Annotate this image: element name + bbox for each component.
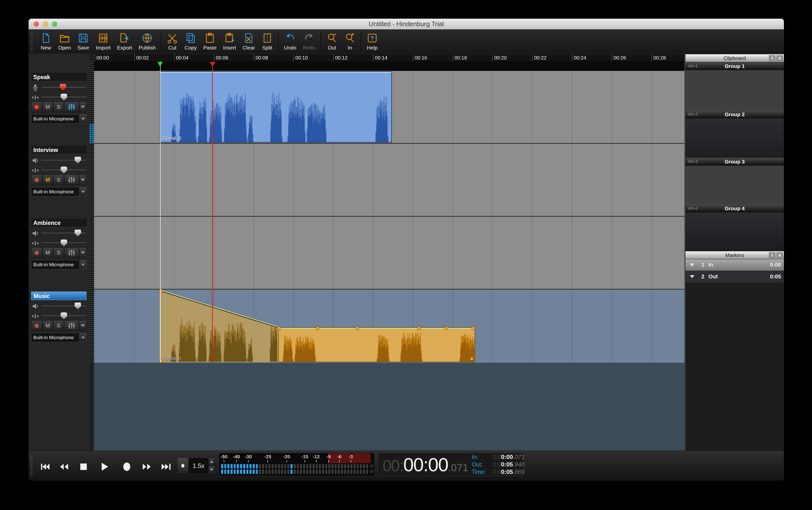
pan-slider-handle[interactable] [61,94,67,101]
clipboard-group-3[interactable]: Alt+3 Group 3 [686,158,784,166]
clip-indicator-left[interactable] [370,464,373,468]
mute-button[interactable]: M [42,320,53,331]
clipboard-group-4-content[interactable] [686,213,784,249]
solo-button[interactable]: S [53,175,64,185]
mute-button[interactable]: M [42,248,53,258]
clipboard-group-2[interactable]: Alt+2 Group 2 [686,110,784,119]
publish-button[interactable]: Publish [135,30,159,53]
input-device-select[interactable]: Built-in Microphone [31,260,87,270]
redo-button[interactable]: Redo [300,30,319,53]
track-menu-button[interactable] [79,320,87,331]
eq-button[interactable] [64,320,79,331]
cut-button[interactable]: Cut [163,30,181,53]
pin-panel-button[interactable] [769,55,776,61]
marker-expand-icon[interactable] [690,275,694,278]
mute-button[interactable]: M [42,102,53,112]
track-name[interactable]: Speak [31,73,87,81]
speed-value[interactable]: 1.5x [189,458,209,474]
track-name[interactable]: Ambience [31,219,87,227]
input-device-select[interactable]: Built-in Microphone [31,114,87,124]
pan-slider-handle[interactable] [61,312,67,319]
track-menu-button[interactable] [79,248,87,258]
clipboard-group-1-content[interactable] [686,70,784,110]
volume-slider-handle[interactable] [74,157,81,164]
envelope-handle[interactable] [159,289,162,292]
track-name-selected[interactable]: Music [31,291,87,300]
zoom-out-button[interactable]: Out [323,30,341,53]
skip-to-end-button[interactable] [159,461,174,473]
pan-slider-handle[interactable] [61,239,67,246]
playhead-line[interactable] [212,66,213,363]
stop-button[interactable] [76,461,91,473]
input-device-select[interactable]: Built-in Microphone [31,187,87,197]
speed-down-button[interactable] [209,466,215,474]
toolbar-drag-handle[interactable] [30,32,34,51]
solo-button[interactable]: S [53,248,64,258]
fade-envelope-line[interactable] [160,290,278,362]
envelope-handle[interactable] [472,327,475,330]
envelope-handle[interactable] [417,327,421,330]
envelope-handle[interactable] [277,327,280,330]
play-button[interactable] [97,461,112,473]
clip-speak-6[interactable]: Speak 6 [160,72,392,143]
record-arm-button[interactable] [31,175,42,185]
lane-interview[interactable] [94,144,685,216]
clip-resize-handle[interactable] [470,357,473,361]
solo-button[interactable]: S [53,320,64,331]
dropdown-arrow[interactable] [79,187,86,196]
save-button[interactable]: Save [74,30,92,53]
clipboard-group-4[interactable]: Alt+4 Group 4 [686,204,784,213]
speed-up-button[interactable] [209,458,215,466]
timeline-ruler[interactable]: 00:0000:0200:0400:0600:0800:1000:1200:14… [94,54,685,61]
clip-music-selected[interactable] [278,328,475,362]
track-name[interactable]: Interview [31,146,87,154]
volume-envelope-line[interactable] [160,72,391,73]
dropdown-arrow[interactable] [79,260,86,269]
timeline-area[interactable]: 00:0000:0200:0400:0600:0800:1000:1200:14… [94,54,685,451]
markers-panel-header[interactable]: Markers [686,251,784,259]
envelope-handle[interactable] [445,327,448,330]
track-menu-button[interactable] [79,102,87,112]
envelope-handle[interactable] [316,327,319,330]
empty-timeline-area[interactable] [94,363,685,451]
title-bar[interactable]: Untitled - Hindenburg Trial [29,19,784,30]
volume-slider-handle[interactable] [60,84,66,90]
eq-button[interactable] [64,102,79,112]
clipboard-panel-header[interactable]: Clipboard [686,54,784,62]
envelope-handle[interactable] [356,327,359,330]
close-panel-button[interactable] [777,252,783,258]
undo-button[interactable]: Undo [281,30,300,53]
playhead-triangle[interactable] [210,62,215,67]
dropdown-arrow[interactable] [79,114,86,123]
in-marker-line[interactable] [160,61,160,363]
dropdown-arrow[interactable] [79,333,86,342]
eq-button[interactable] [64,175,79,185]
export-button[interactable]: Export [114,30,136,53]
clear-button[interactable]: Clear [239,30,258,53]
copy-button[interactable]: Copy [181,30,200,53]
marker-expand-icon[interactable] [690,263,694,266]
pan-slider-handle[interactable] [61,167,67,173]
skip-to-start-button[interactable] [38,461,53,473]
help-button[interactable]: ? Help [363,30,381,53]
new-button[interactable]: New [37,30,55,53]
clipboard-group-3-content[interactable] [686,166,784,204]
fast-forward-button[interactable] [139,461,154,473]
clip-music-fade[interactable]: Speak 6 [160,290,278,362]
marker-strip[interactable] [94,61,685,72]
solo-button[interactable]: S [53,102,64,112]
pin-panel-button[interactable] [769,252,776,258]
track-menu-button[interactable] [79,175,87,185]
marker-row-in[interactable]: 1 In 0:00 [686,259,784,271]
clipboard-group-2-content[interactable] [686,118,784,158]
zoom-in-button[interactable]: In [341,30,359,53]
transport-drag-handle[interactable] [31,456,33,475]
open-button[interactable]: Open [55,30,74,53]
split-button[interactable]: Split [258,30,276,53]
clip-indicator-right[interactable] [370,470,373,473]
volume-slider-handle[interactable] [74,303,81,309]
record-button[interactable] [119,461,134,473]
eq-button[interactable] [64,248,79,258]
record-arm-button[interactable] [31,102,42,112]
mute-button[interactable]: M [42,175,53,185]
